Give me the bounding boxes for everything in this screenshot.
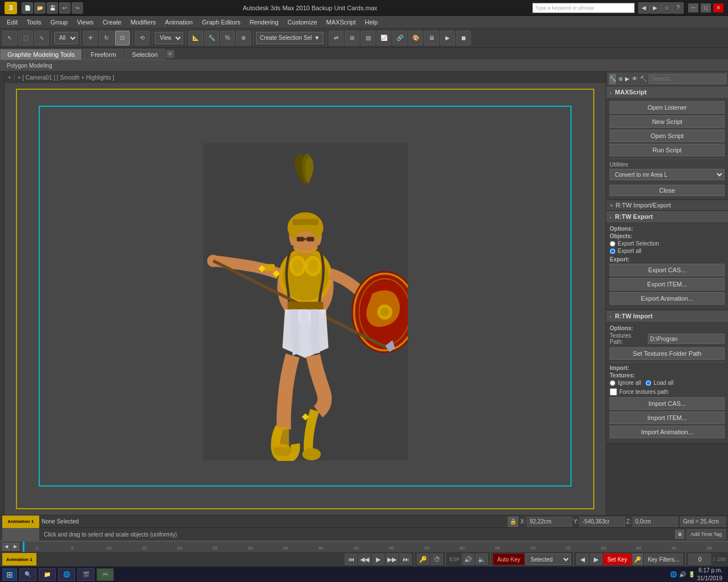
render-btn[interactable]: ▶: [440, 31, 455, 45]
taskbar-media-btn[interactable]: 🎬: [77, 568, 94, 581]
timeline-prev-btn[interactable]: ◀: [2, 543, 10, 551]
rp-icon-display[interactable]: 👁: [631, 73, 638, 85]
menu-tools[interactable]: Tools: [22, 16, 46, 28]
menu-edit[interactable]: Edit: [2, 16, 22, 28]
start-btn[interactable]: ⊞: [2, 568, 17, 581]
create-selection-btn[interactable]: Create Selection Sel ▼: [256, 32, 324, 44]
timeline-cursor[interactable]: [23, 542, 24, 552]
timeline-track[interactable]: ◀ ▶ 0 5 10 15 20 25 30 35 40 45 50 55 60…: [0, 542, 728, 552]
bookmark-btn[interactable]: ☆: [661, 2, 672, 14]
ribbon-close-btn[interactable]: ✕: [166, 50, 174, 58]
rp-icon-motion[interactable]: ▶: [624, 73, 630, 85]
layer-btn[interactable]: ▤: [361, 31, 375, 45]
select-region-btn[interactable]: ⬚: [18, 31, 33, 45]
play-btn[interactable]: ▶: [372, 554, 384, 565]
taskbar-search-btn[interactable]: 🔍: [19, 568, 36, 581]
help-btn[interactable]: ?: [672, 2, 684, 14]
activeshade-btn[interactable]: ◼: [456, 31, 471, 45]
key-mode-btn[interactable]: 🔑: [417, 554, 429, 565]
render-setup-btn[interactable]: 🖥: [424, 31, 439, 45]
taskbar-ie-btn[interactable]: 🌐: [58, 568, 75, 581]
anim-tab-2[interactable]: [2, 528, 39, 541]
timeline-next-btn[interactable]: ▶: [11, 543, 19, 551]
go-end-btn[interactable]: ⏭: [399, 554, 412, 565]
add-time-tag-btn[interactable]: Add Time Tag: [686, 529, 726, 539]
animation-tab[interactable]: Animation 1: [2, 516, 39, 528]
angle-snap-btn[interactable]: 🔧: [204, 31, 219, 45]
menu-animation[interactable]: Animation: [160, 16, 197, 28]
curve-editor-btn[interactable]: 📈: [377, 31, 391, 45]
select-rotate-btn[interactable]: ↻: [99, 31, 114, 45]
viewport-canvas[interactable]: [5, 83, 606, 515]
force-textures-check[interactable]: [610, 388, 617, 396]
menu-views[interactable]: Views: [72, 16, 98, 28]
ignore-all-radio[interactable]: [610, 380, 615, 386]
tab-freeform[interactable]: Freeform: [83, 49, 123, 60]
menu-modifiers[interactable]: Modifiers: [126, 16, 160, 28]
select-lasso-btn[interactable]: ∿: [34, 31, 49, 45]
rtw-import-header[interactable]: - R:TW Import: [606, 310, 728, 322]
force-textures-option[interactable]: Force textures path: [610, 388, 725, 396]
mirror-btn[interactable]: ⇌: [329, 31, 344, 45]
auto-key-btn[interactable]: Auto Key: [493, 554, 524, 565]
open-script-btn[interactable]: Open Script: [610, 130, 725, 142]
rp-icon-modify[interactable]: 🔧: [609, 73, 617, 85]
minimize-btn[interactable]: ─: [688, 3, 698, 13]
set-textures-btn[interactable]: Set Textures Folder Path: [610, 347, 725, 360]
menu-graph-editors[interactable]: Graph Editors: [197, 16, 245, 28]
utilities-close-btn[interactable]: Close: [610, 185, 725, 196]
timeline-bar[interactable]: 0 5 10 15 20 25 30 35 40 45 50 55 60 65 …: [22, 542, 728, 552]
menu-help[interactable]: Help: [361, 16, 383, 28]
load-all-option[interactable]: Load all: [646, 380, 673, 386]
load-all-radio[interactable]: [646, 380, 651, 386]
prev-frame-btn[interactable]: ◀◀: [358, 554, 371, 565]
menu-group[interactable]: Group: [46, 16, 73, 28]
view-dropdown[interactable]: View: [155, 32, 183, 44]
next-key-btn[interactable]: ▶: [590, 554, 602, 565]
export-selection-radio[interactable]: [610, 241, 615, 247]
frame-input[interactable]: [688, 554, 711, 565]
maximize-btn[interactable]: □: [701, 3, 711, 13]
move-btn[interactable]: ⟲: [135, 31, 150, 45]
filter-btn[interactable]: 🔊: [462, 554, 474, 565]
set-key-btn[interactable]: Set Key: [603, 554, 631, 565]
menu-maxscript[interactable]: MAXScript: [322, 16, 361, 28]
maxscript-header[interactable]: - MAXScript: [606, 86, 728, 98]
rp-icon-hierarchy[interactable]: ⊕: [618, 73, 623, 85]
nav-forward-btn[interactable]: ▶: [650, 2, 661, 14]
anim-tab-3[interactable]: Animation 1: [2, 553, 36, 566]
sound-btn[interactable]: 🔈: [475, 554, 488, 565]
close-btn[interactable]: ✕: [713, 3, 723, 13]
tab-selection[interactable]: Selection: [125, 49, 165, 60]
export-item-btn[interactable]: Export ITEM...: [610, 278, 725, 290]
new-file-btn[interactable]: 📄: [22, 2, 33, 14]
textures-path-input[interactable]: [648, 334, 725, 344]
filter-dropdown[interactable]: All: [54, 32, 78, 44]
nav-back-btn[interactable]: ◀: [638, 2, 650, 14]
import-cas-btn[interactable]: Import CAS...: [610, 397, 725, 410]
open-listener-btn[interactable]: Open Listener: [610, 101, 725, 114]
tab-graphite[interactable]: Graphite Modeling Tools: [0, 49, 82, 60]
undo-btn[interactable]: ↩: [59, 2, 71, 14]
export-cas-btn[interactable]: Export CAS...: [610, 264, 725, 276]
open-file-btn[interactable]: 📂: [34, 2, 46, 14]
time-config-btn[interactable]: ⏱: [431, 554, 443, 565]
schematic-view-btn[interactable]: 🔗: [392, 31, 407, 45]
snap-toggle-btn[interactable]: 📐: [188, 31, 203, 45]
menu-customize[interactable]: Customize: [283, 16, 322, 28]
viewport-area[interactable]: + ] + [ Camera01 ] [ Smooth + Highlights…: [5, 72, 606, 515]
rtw-import-export-header[interactable]: + R:TW Import/Export: [606, 200, 728, 210]
next-frame-btn[interactable]: ▶▶: [386, 554, 398, 565]
menu-create[interactable]: Create: [98, 16, 126, 28]
polygon-modeling-label[interactable]: Polygon Modeling: [2, 63, 57, 69]
import-anim-btn[interactable]: Import Animation...: [610, 426, 725, 438]
save-file-btn[interactable]: 💾: [47, 2, 58, 14]
redo-btn[interactable]: ↪: [72, 2, 83, 14]
prev-key-btn[interactable]: ◀: [576, 554, 589, 565]
go-start-btn[interactable]: ⏮: [345, 554, 357, 565]
key-filters-btn[interactable]: Key Filters...: [644, 554, 684, 565]
export-all-radio[interactable]: [610, 248, 615, 254]
select-scale-btn[interactable]: ⊡: [115, 31, 130, 45]
import-item-btn[interactable]: Import ITEM...: [610, 411, 725, 424]
lock-icon[interactable]: 🔒: [508, 517, 518, 527]
